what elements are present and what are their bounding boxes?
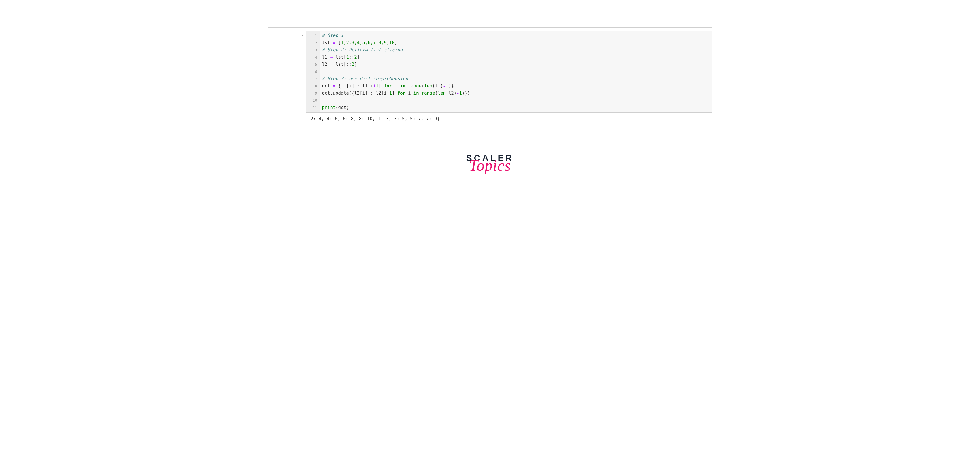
code-token: dct.update({l2[i] : l2[i: [322, 91, 387, 96]
code-token: +: [387, 91, 389, 96]
code-token: l2: [322, 62, 330, 67]
code-cell: : 1 2 3 4 5 6 7 8 9 10 11 # Step 1: lst …: [268, 30, 712, 113]
code-token: 1,2,3,4,5,6,7,8,9,10: [341, 40, 395, 45]
code-token: 1: [346, 54, 349, 60]
code-keyword: in: [414, 91, 419, 96]
code-token: [419, 91, 422, 96]
code-token: (l1): [432, 83, 443, 89]
code-token: {l1[i] : l1[i: [336, 83, 373, 89]
code-token: 1: [376, 83, 378, 89]
code-comment: # Step 1:: [322, 33, 346, 38]
code-token: ]: [355, 62, 357, 67]
code-token: 1: [389, 91, 392, 96]
code-token: ]: [357, 54, 360, 60]
code-token: 2: [352, 62, 354, 67]
divider: [268, 27, 712, 28]
code-token: ]: [395, 40, 397, 45]
code-keyword: for: [384, 83, 392, 89]
code-input-area[interactable]: 1 2 3 4 5 6 7 8 9 10 11 # Step 1: lst = …: [306, 30, 712, 113]
line-number-gutter: 1 2 3 4 5 6 7 8 9 10 11: [306, 31, 320, 112]
code-token: =: [333, 83, 336, 89]
code-token: (: [422, 83, 424, 89]
line-number: 2: [306, 39, 317, 46]
code-token: lst[::: [333, 62, 352, 67]
code-builtin: len: [424, 83, 432, 89]
code-keyword: for: [397, 91, 406, 96]
line-number: 10: [306, 97, 317, 104]
code-token: (dct): [336, 105, 349, 110]
line-number: 8: [306, 83, 317, 90]
code-token: i: [406, 91, 414, 96]
code-token: ::: [349, 54, 355, 60]
code-builtin: range: [422, 91, 435, 96]
stdout-output: {2: 4, 4: 6, 6: 8, 8: 10, 1: 3, 3: 5, 5:…: [306, 116, 712, 121]
line-number: 1: [306, 32, 317, 39]
line-number: 3: [306, 46, 317, 54]
code-token: -: [443, 83, 446, 89]
line-number: 6: [306, 68, 317, 75]
code-token: lst[: [333, 54, 346, 60]
code-token: lst: [322, 40, 333, 45]
code-builtin: print: [322, 105, 336, 110]
logo-text-topics: Topics: [268, 156, 712, 174]
code-comment: # Step 3: use dict comprehension: [322, 76, 408, 81]
code-token: ]: [379, 83, 384, 89]
code-token: -: [457, 91, 459, 96]
code-token: [: [336, 40, 341, 45]
code-token: 2: [355, 54, 357, 60]
code-token: ]: [392, 91, 397, 96]
line-number: 9: [306, 90, 317, 97]
code-token: =: [333, 40, 336, 45]
code-keyword: in: [400, 83, 406, 89]
code-token: 1: [459, 91, 462, 96]
scaler-logo: SCALER Topics: [268, 153, 712, 174]
code-token: (: [435, 91, 438, 96]
code-builtin: len: [438, 91, 446, 96]
code-token: =: [330, 62, 333, 67]
code-comment: # Step 2: Perform list slicing: [322, 47, 403, 53]
prompt-colon: :: [301, 32, 304, 37]
output-prompt-spacer: [268, 116, 306, 121]
code-token: 1: [446, 83, 449, 89]
output-cell: {2: 4, 4: 6, 6: 8, 8: 10, 1: 3, 3: 5, 5:…: [268, 116, 712, 121]
code-token: =: [330, 54, 333, 60]
notebook-page: : 1 2 3 4 5 6 7 8 9 10 11 # Step 1: lst …: [268, 0, 712, 174]
code-editor[interactable]: # Step 1: lst = [1,2,3,4,5,6,7,8,9,10] #…: [320, 31, 712, 112]
code-token: )}: [449, 83, 454, 89]
line-number: 5: [306, 61, 317, 68]
code-token: dct: [322, 83, 333, 89]
line-number: 7: [306, 75, 317, 83]
code-token: l1: [322, 54, 330, 60]
code-token: i: [392, 83, 400, 89]
code-token: +: [373, 83, 376, 89]
code-token: (l2): [446, 91, 457, 96]
input-prompt: :: [268, 30, 306, 37]
code-token: [406, 83, 408, 89]
code-token: )}): [462, 91, 470, 96]
line-number: 11: [306, 104, 317, 111]
line-number: 4: [306, 54, 317, 61]
code-builtin: range: [408, 83, 422, 89]
